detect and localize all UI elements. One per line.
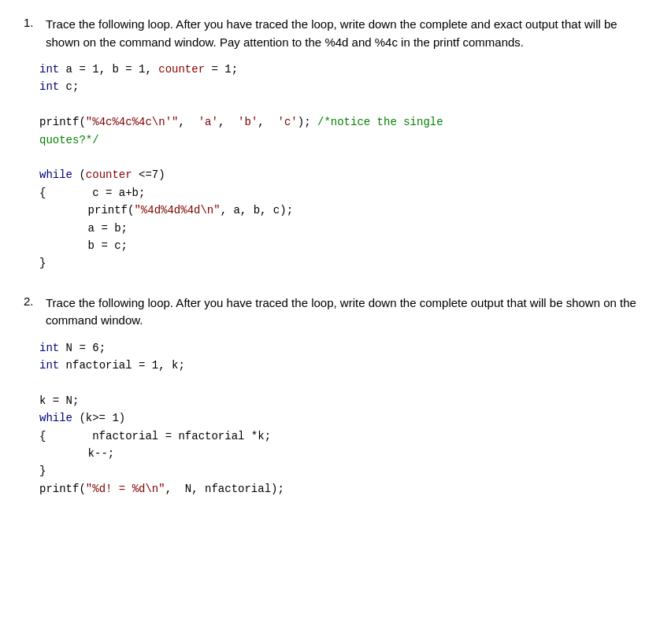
code-line: int nfactorial = 1, k; bbox=[39, 357, 647, 374]
code-line: b = c; bbox=[39, 237, 647, 254]
code-line: } bbox=[39, 462, 647, 479]
problem-2: 2. Trace the following loop. After you h… bbox=[24, 294, 647, 498]
code-line-blank bbox=[39, 149, 647, 166]
code-line: int a = 1, b = 1, counter = 1; bbox=[39, 61, 647, 78]
code-line: while (k>= 1) bbox=[39, 409, 647, 427]
code-line: a = b; bbox=[39, 220, 647, 237]
problem-1-code: int a = 1, b = 1, counter = 1; int c; pr… bbox=[39, 61, 647, 272]
problem-2-number: 2. bbox=[24, 294, 39, 330]
problem-2-description: Trace the following loop. After you have… bbox=[46, 294, 647, 330]
code-line: k = N; bbox=[39, 392, 647, 409]
code-line: int c; bbox=[39, 78, 647, 95]
code-line: } bbox=[39, 254, 647, 272]
code-line-blank bbox=[39, 374, 647, 391]
code-line: printf("%4c%4c%4c\n'", 'a', 'b', 'c'); /… bbox=[39, 113, 647, 131]
problem-1-description: Trace the following loop. After you have… bbox=[46, 16, 647, 51]
code-line: quotes?*/ bbox=[39, 131, 647, 149]
code-line: k--; bbox=[39, 445, 647, 462]
code-line: { c = a+b; bbox=[39, 184, 647, 202]
problem-2-header: 2. Trace the following loop. After you h… bbox=[24, 294, 647, 330]
problem-1: 1. Trace the following loop. After you h… bbox=[24, 16, 647, 272]
code-line: printf("%d! = %d\n", N, nfactorial); bbox=[39, 480, 647, 498]
code-line: while (counter <=7) bbox=[39, 166, 647, 183]
code-line-blank bbox=[39, 96, 647, 113]
code-line: printf("%4d%4d%4d\n", a, b, c); bbox=[39, 202, 647, 219]
code-line: int N = 6; bbox=[39, 339, 647, 357]
code-line: { nfactorial = nfactorial *k; bbox=[39, 427, 647, 445]
problem-1-number: 1. bbox=[24, 16, 39, 51]
problem-1-header: 1. Trace the following loop. After you h… bbox=[24, 16, 647, 51]
problem-2-code: int N = 6; int nfactorial = 1, k; k = N;… bbox=[39, 339, 647, 498]
